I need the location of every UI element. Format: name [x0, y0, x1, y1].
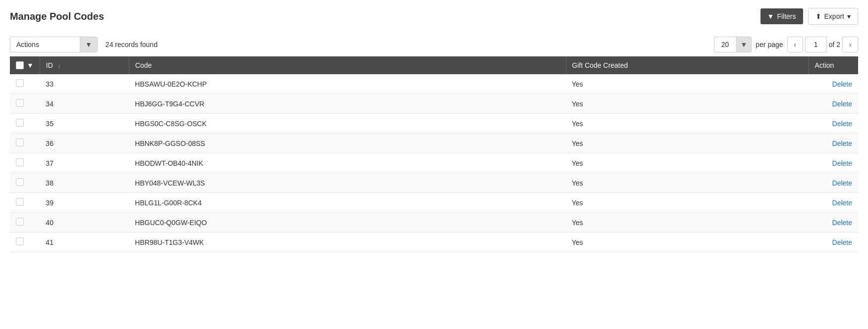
row-checkbox-2[interactable] — [16, 119, 24, 127]
actions-dropdown: Actions ▼ — [10, 37, 98, 52]
filters-button[interactable]: ▼ Filters — [760, 8, 803, 24]
td-id-6: 39 — [40, 193, 129, 213]
row-checkbox-0[interactable] — [16, 79, 24, 87]
td-check-4 — [10, 153, 40, 173]
td-id-5: 38 — [40, 173, 129, 193]
row-checkbox-8[interactable] — [16, 237, 24, 245]
td-id-3: 36 — [40, 134, 129, 153]
table-row: 39 HBLG1L-G00R-8CK4 Yes Delete — [10, 193, 858, 213]
per-page-value: 20 — [714, 37, 736, 52]
row-checkbox-3[interactable] — [16, 139, 24, 146]
table-row: 38 HBY048-VCEW-WL3S Yes Delete — [10, 173, 858, 193]
td-gift-code-created-0: Yes — [566, 74, 809, 94]
delete-link-6[interactable]: Delete — [832, 199, 852, 207]
delete-link-2[interactable]: Delete — [832, 120, 852, 128]
export-button[interactable]: ⬆ Export ▾ — [808, 8, 858, 25]
next-page-button[interactable]: › — [842, 37, 858, 52]
delete-link-0[interactable]: Delete — [832, 80, 852, 88]
page-title: Manage Pool Codes — [10, 11, 104, 22]
td-gift-code-created-1: Yes — [566, 94, 809, 114]
th-check: ▼ — [10, 56, 40, 74]
td-gift-code-created-5: Yes — [566, 173, 809, 193]
td-action-5: Delete — [809, 173, 858, 193]
per-page-select: 20 ▼ — [714, 37, 752, 52]
actions-label: Actions — [10, 37, 80, 52]
prev-page-button[interactable]: ‹ — [787, 37, 803, 52]
toolbar-left: Actions ▼ 24 records found — [10, 37, 158, 52]
filters-label: Filters — [777, 12, 796, 20]
td-code-4: HBODWT-OB40-4NIK — [129, 153, 566, 173]
data-table: ▼ ID ↕ Code Gift Code Created Action — [10, 56, 858, 252]
per-page-label: per page — [756, 41, 783, 48]
delete-link-8[interactable]: Delete — [832, 238, 852, 246]
th-code-label: Code — [135, 61, 152, 69]
td-check-5 — [10, 173, 40, 193]
page-container: Manage Pool Codes ▼ Filters ⬆ Export ▾ A… — [0, 0, 868, 260]
td-action-1: Delete — [809, 94, 858, 114]
per-page-arrow[interactable]: ▼ — [736, 37, 752, 52]
td-action-2: Delete — [809, 114, 858, 134]
td-gift-code-created-8: Yes — [566, 233, 809, 252]
page-header: Manage Pool Codes ▼ Filters ⬆ Export ▾ — [10, 8, 858, 25]
td-id-4: 37 — [40, 153, 129, 173]
th-action-label: Action — [815, 61, 834, 69]
td-gift-code-created-6: Yes — [566, 193, 809, 213]
delete-link-4[interactable]: Delete — [832, 159, 852, 167]
td-action-8: Delete — [809, 233, 858, 252]
table-body: 33 HBSAWU-0E2O-KCHP Yes Delete 34 HBJ6GG… — [10, 74, 858, 252]
id-sort-icon[interactable]: ↕ — [58, 63, 60, 69]
th-code: Code — [129, 56, 566, 74]
td-check-8 — [10, 233, 40, 252]
actions-dropdown-arrow[interactable]: ▼ — [80, 37, 97, 52]
td-id-0: 33 — [40, 74, 129, 94]
filter-icon: ▼ — [767, 12, 774, 20]
page-of-label: of 2 — [829, 41, 840, 48]
row-checkbox-4[interactable] — [16, 158, 24, 166]
td-action-7: Delete — [809, 213, 858, 233]
page-number-input[interactable] — [805, 37, 827, 52]
td-action-0: Delete — [809, 74, 858, 94]
td-code-8: HBR98U-T1G3-V4WK — [129, 233, 566, 252]
table-row: 35 HBGS0C-C8SG-OSCK Yes Delete — [10, 114, 858, 134]
td-check-3 — [10, 134, 40, 153]
td-action-6: Delete — [809, 193, 858, 213]
header-controls: ▼ Filters ⬆ Export ▾ — [760, 8, 858, 25]
td-id-7: 40 — [40, 213, 129, 233]
delete-link-7[interactable]: Delete — [832, 219, 852, 227]
td-code-1: HBJ6GG-T9G4-CCVR — [129, 94, 566, 114]
td-check-6 — [10, 193, 40, 213]
td-code-6: HBLG1L-G00R-8CK4 — [129, 193, 566, 213]
th-gift-code-created: Gift Code Created — [566, 56, 809, 74]
table-row: 33 HBSAWU-0E2O-KCHP Yes Delete — [10, 74, 858, 94]
th-id-label: ID — [46, 61, 53, 69]
td-check-2 — [10, 114, 40, 134]
delete-link-3[interactable]: Delete — [832, 140, 852, 147]
th-gift-label: Gift Code Created — [572, 61, 628, 69]
delete-link-5[interactable]: Delete — [832, 179, 852, 187]
export-chevron-icon: ▾ — [847, 12, 851, 20]
td-check-7 — [10, 213, 40, 233]
td-code-2: HBGS0C-C8SG-OSCK — [129, 114, 566, 134]
row-checkbox-5[interactable] — [16, 178, 24, 186]
th-action: Action — [809, 56, 858, 74]
td-code-5: HBY048-VCEW-WL3S — [129, 173, 566, 193]
row-checkbox-6[interactable] — [16, 198, 24, 206]
table-row: 40 HBGUC0-Q0GW-EIQO Yes Delete — [10, 213, 858, 233]
row-checkbox-1[interactable] — [16, 99, 24, 107]
records-found: 24 records found — [106, 41, 158, 48]
pagination-controls: ‹ of 2 › — [787, 37, 858, 52]
toolbar: Actions ▼ 24 records found 20 ▼ per page… — [10, 33, 858, 56]
table-row: 37 HBODWT-OB40-4NIK Yes Delete — [10, 153, 858, 173]
td-gift-code-created-2: Yes — [566, 114, 809, 134]
td-code-7: HBGUC0-Q0GW-EIQO — [129, 213, 566, 233]
td-id-8: 41 — [40, 233, 129, 252]
td-gift-code-created-4: Yes — [566, 153, 809, 173]
delete-link-1[interactable]: Delete — [832, 100, 852, 108]
select-all-checkbox[interactable] — [16, 61, 24, 69]
td-id-1: 34 — [40, 94, 129, 114]
td-check-0 — [10, 74, 40, 94]
td-code-0: HBSAWU-0E2O-KCHP — [129, 74, 566, 94]
row-checkbox-7[interactable] — [16, 218, 24, 226]
table-header: ▼ ID ↕ Code Gift Code Created Action — [10, 56, 858, 74]
table-header-row: ▼ ID ↕ Code Gift Code Created Action — [10, 56, 858, 74]
